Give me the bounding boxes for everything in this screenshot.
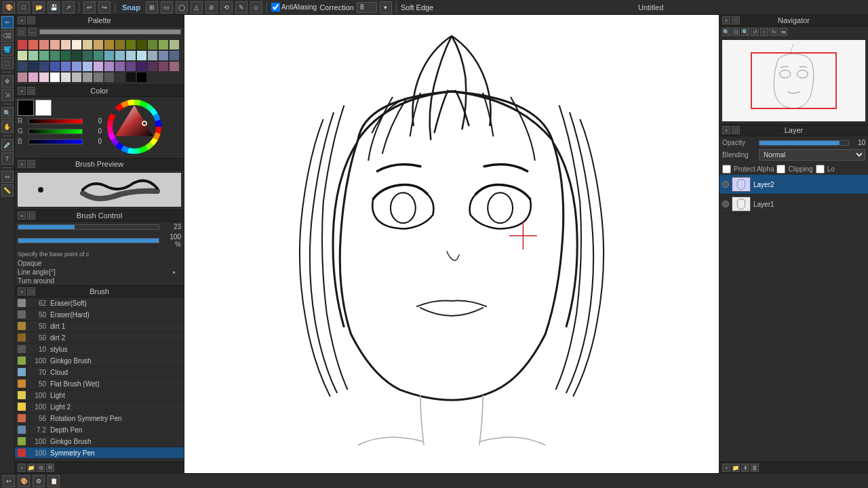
color-wheel[interactable] (107, 100, 161, 155)
navigator-viewport[interactable] (751, 52, 837, 109)
palette-color-swatch[interactable] (72, 40, 81, 49)
palette-color-swatch[interactable] (83, 73, 92, 82)
layer-item[interactable]: Layer1 (719, 195, 868, 214)
palette-color-swatch[interactable] (115, 73, 125, 82)
brush-list-item[interactable]: 56Rotation Symmetry Pen (15, 413, 184, 424)
palette-color-swatch[interactable] (94, 51, 103, 60)
opacity-slider[interactable] (759, 140, 849, 146)
palette-color-swatch[interactable] (61, 51, 71, 60)
merge-btn[interactable]: ⬇ (741, 464, 749, 472)
palette-color-swatch[interactable] (115, 40, 125, 49)
tool-3[interactable]: △ (191, 1, 203, 14)
nav-zoom-in[interactable]: 🔍 (741, 28, 749, 36)
palette-color-swatch[interactable] (18, 40, 27, 49)
palette-color-swatch[interactable] (39, 40, 49, 49)
tool-5[interactable]: ⟲ (220, 1, 233, 14)
foreground-color[interactable] (18, 100, 34, 116)
pan-tool[interactable]: ✋ (1, 121, 14, 133)
palette-color-swatch[interactable] (159, 62, 168, 71)
text-tool[interactable]: T (1, 152, 14, 165)
brush-list-item[interactable]: 50Flat Brush (Wet) (15, 378, 184, 390)
export-button[interactable]: ↗ (62, 1, 75, 14)
palette-color-swatch[interactable] (104, 73, 114, 82)
navigator-preview[interactable] (722, 40, 865, 121)
palette-color-swatch[interactable] (126, 73, 136, 82)
brush-list-item[interactable]: 70Cloud (15, 367, 184, 378)
b-slider[interactable] (28, 139, 83, 144)
undo-button[interactable]: ↩ (83, 1, 96, 14)
brush-list-close[interactable]: × (18, 287, 26, 296)
palette-color-swatch[interactable] (170, 62, 179, 71)
brush-list-item[interactable]: 100Ginkgo Brush (15, 436, 184, 447)
bottom-btn-3[interactable]: ⚙ (33, 475, 45, 487)
brush-list-item[interactable]: 10stylus (15, 344, 184, 355)
brush-list-item[interactable]: 50dirt 2 (15, 332, 184, 344)
ruler-tool[interactable]: 📏 (1, 184, 14, 197)
antialiasing-label[interactable]: AntiAliasing (271, 3, 317, 12)
palette-color-swatch[interactable] (28, 62, 38, 71)
lo-checkbox[interactable] (816, 165, 825, 174)
brush-list-item[interactable]: 100Symmetry Pen (15, 447, 184, 459)
palette-color-swatch[interactable] (170, 40, 179, 49)
folder-btn[interactable]: 📁 (27, 464, 35, 472)
palette-color-swatch[interactable] (50, 51, 60, 60)
palette-delete[interactable]: — (28, 28, 37, 36)
brush-list-item[interactable]: 100Light (15, 390, 184, 401)
brush-control-expand[interactable]: □ (27, 211, 35, 220)
layer-close[interactable]: × (722, 126, 730, 134)
palette-color-swatch[interactable] (148, 51, 157, 60)
palette-color-swatch[interactable] (104, 40, 114, 49)
brush-list-item[interactable]: 7.2Depth Pen (15, 424, 184, 436)
palette-color-swatch[interactable] (61, 62, 71, 71)
palette-color-swatch[interactable] (50, 73, 60, 82)
navigator-close[interactable]: × (722, 16, 730, 24)
palette-color-swatch[interactable] (159, 40, 168, 49)
palette-color-swatch[interactable] (18, 51, 27, 60)
symmetry-tool[interactable]: ⇔ (1, 171, 14, 183)
palette-color-swatch[interactable] (39, 51, 49, 60)
nav-zoom-out[interactable]: 🔍 (722, 28, 730, 36)
nav-flip[interactable]: ⇆ (779, 28, 787, 36)
bottom-btn-1[interactable]: ↩ (3, 475, 15, 487)
palette-color-swatch[interactable] (28, 73, 38, 82)
palette-color-swatch[interactable] (137, 62, 146, 71)
palette-color-swatch[interactable] (126, 40, 136, 49)
palette-color-swatch[interactable] (126, 62, 136, 71)
brush-opacity-slider[interactable] (18, 238, 159, 243)
redo-button[interactable]: ↪ (98, 1, 111, 14)
palette-color-swatch[interactable] (50, 40, 60, 49)
palette-color-swatch[interactable] (61, 40, 71, 49)
palette-color-swatch[interactable] (126, 51, 136, 60)
eraser-tool[interactable]: ⌫ (1, 30, 14, 42)
palette-color-swatch[interactable] (18, 62, 27, 71)
g-slider[interactable] (28, 129, 83, 134)
brush-preview-close[interactable]: × (18, 160, 26, 168)
color-close-btn[interactable]: × (18, 87, 26, 95)
palette-color-swatch[interactable] (137, 73, 146, 82)
clipping-checkbox[interactable] (776, 165, 785, 174)
palette-color-swatch[interactable] (83, 62, 92, 71)
palette-color-swatch[interactable] (83, 51, 92, 60)
palette-color-swatch[interactable] (72, 73, 81, 82)
nav-rotate-left[interactable]: ↺ (751, 28, 759, 36)
palette-close-btn[interactable]: × (18, 16, 26, 24)
navigator-expand[interactable]: □ (732, 16, 740, 24)
correction-input[interactable] (357, 2, 377, 13)
tool-6[interactable]: ✎ (235, 1, 248, 14)
brush-preview-expand[interactable]: □ (27, 160, 35, 168)
add-brush-btn[interactable]: + (18, 464, 26, 472)
move-tool[interactable]: ✥ (1, 75, 14, 87)
palette-color-swatch[interactable] (104, 51, 114, 60)
zoom-tool[interactable]: 🔍 (1, 107, 14, 119)
snap-toggle[interactable]: ⊞ (146, 1, 158, 14)
line-angle-expander[interactable]: ▸ (173, 269, 181, 275)
brush-list-item[interactable]: 50Eraser(Hard) (15, 309, 184, 321)
palette-color-swatch[interactable] (39, 73, 49, 82)
brush-list-item[interactable]: 100Ginkgo Brush (15, 355, 184, 367)
nav-reset[interactable]: ○ (760, 28, 768, 36)
tool-4[interactable]: ⊘ (205, 1, 218, 14)
background-color[interactable] (35, 100, 52, 116)
color-expand-btn[interactable]: □ (27, 87, 35, 95)
delete-layer-btn[interactable]: 🗑 (751, 464, 759, 472)
palette-color-swatch[interactable] (50, 62, 60, 71)
